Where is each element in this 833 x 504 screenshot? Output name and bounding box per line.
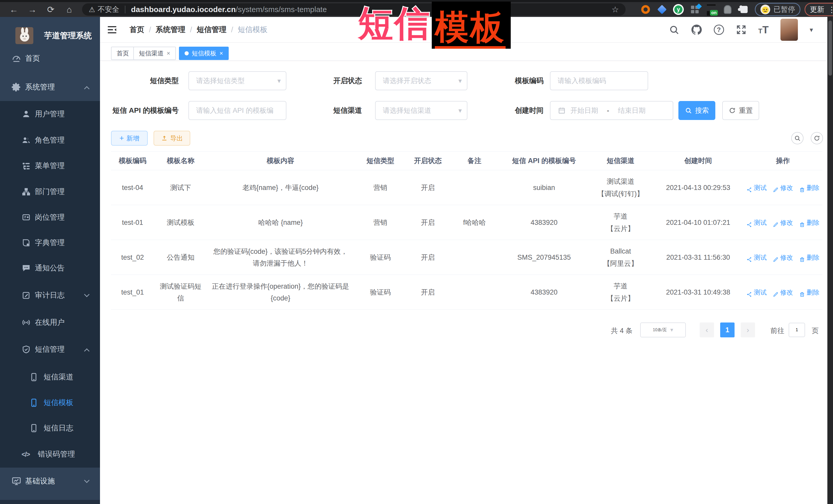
sidebar-item-sms-log[interactable]: 短信日志 [0, 415, 100, 441]
extension-orange-icon[interactable] [637, 3, 654, 16]
sidebar-item-users[interactable]: 用户管理 [0, 101, 100, 127]
edit-link[interactable]: 修改 [773, 286, 793, 298]
edit-link[interactable]: 修改 [773, 217, 793, 229]
close-icon[interactable]: × [219, 50, 223, 57]
breadcrumb-sms[interactable]: 短信管理 [197, 25, 227, 35]
refresh-icon [813, 135, 820, 142]
delete-link[interactable]: 删除 [799, 286, 819, 298]
sidebar-item-label: 错误码管理 [38, 449, 75, 459]
avatar[interactable] [781, 19, 798, 41]
extension-list-on-icon[interactable]: on [703, 3, 719, 16]
test-link[interactable]: 测试 [746, 286, 767, 298]
sidebar-item-infra[interactable]: 基础设施 [0, 468, 100, 494]
end-date-placeholder[interactable]: 结束日期 [618, 106, 646, 115]
tab-sms-template[interactable]: 短信模板 × [179, 47, 229, 60]
delete-link[interactable]: 删除 [799, 217, 819, 229]
show-search-button[interactable] [791, 132, 804, 144]
api-template-id-input[interactable]: 请输入短信 API 的模板编 [188, 101, 286, 120]
add-button[interactable]: + 新增 [111, 131, 148, 146]
filter-label-api-id: 短信 API 的模板编号 [113, 105, 179, 115]
browser-menu-icon[interactable]: ⋮ [828, 5, 833, 14]
browser-reload-icon[interactable]: ⟳ [42, 4, 60, 15]
prev-page-button[interactable]: ‹ [700, 322, 714, 337]
sidebar-item-sms-template[interactable]: 短信模板 [0, 390, 100, 416]
status-select[interactable]: 请选择开启状态 ▾ [375, 71, 468, 90]
sms-template-table: 模板编码 模板名称 模板内容 短信类型 开启状态 备注 短信 API 的模板编号… [111, 151, 823, 310]
sidebar-item-label: 岗位管理 [35, 212, 65, 222]
edit-link[interactable]: 修改 [773, 182, 793, 194]
filter-label-sms-type: 短信类型 [150, 76, 179, 86]
template-code-input[interactable]: 请输入模板编码 [550, 71, 648, 90]
sidebar-collapse-icon[interactable] [106, 24, 118, 35]
sidebar-item-roles[interactable]: 角色管理 [0, 127, 100, 153]
breadcrumb-home[interactable]: 首页 [129, 25, 144, 35]
export-button[interactable]: 导出 [153, 131, 190, 146]
extension-gray-icon[interactable] [719, 3, 736, 16]
badge-icon [22, 213, 31, 222]
delete-link[interactable]: 删除 [799, 251, 819, 263]
cell-api-id: 4383920 [500, 214, 588, 232]
tab-home[interactable]: 首页 [111, 47, 135, 60]
browser-forward-icon[interactable]: → [23, 5, 42, 15]
help-icon[interactable]: ? [714, 25, 724, 35]
browser-home-icon[interactable]: ⌂ [60, 5, 78, 15]
sidebar-bottom-edge [0, 500, 100, 504]
column-header: 开启状态 [407, 152, 449, 170]
cell-created: 2021-04-13 00:29:53 [653, 179, 743, 197]
delete-link[interactable]: 删除 [799, 182, 819, 194]
github-icon[interactable] [691, 24, 702, 35]
caret-down-icon[interactable]: ▾ [810, 26, 813, 34]
scrollbar-thumb[interactable] [828, 21, 832, 76]
security-label[interactable]: 不安全 [98, 5, 119, 14]
sidebar-item-sms[interactable]: 短信管理 [0, 336, 100, 362]
search-icon[interactable] [669, 24, 680, 35]
channel-select[interactable]: 请选择短信渠道 ▾ [375, 101, 468, 120]
font-size-icon[interactable]: TT [758, 24, 769, 35]
breadcrumb-system[interactable]: 系统管理 [156, 25, 185, 35]
test-link[interactable]: 测试 [746, 251, 767, 263]
sidebar-item-audit-log[interactable]: 审计日志 [0, 282, 100, 308]
sidebar-item-dict[interactable]: 字典管理 [0, 230, 100, 256]
next-page-button[interactable]: › [741, 322, 755, 337]
sidebar-item-system[interactable]: 系统管理 [0, 74, 100, 100]
column-header: 操作 [743, 152, 823, 170]
sidebar-item-home[interactable]: 首页 [0, 45, 100, 72]
close-icon[interactable]: × [167, 50, 170, 57]
bookmark-star-icon[interactable]: ☆ [612, 5, 619, 14]
sidebar-item-posts[interactable]: 岗位管理 [0, 204, 100, 231]
tab-sms-channel[interactable]: 短信渠道 × [133, 47, 176, 60]
fullscreen-icon[interactable] [736, 24, 746, 35]
sidebar-item-departments[interactable]: 部门管理 [0, 179, 100, 205]
extensions-puzzle-icon[interactable] [736, 3, 752, 16]
extension-grid-icon[interactable] [687, 3, 703, 16]
reset-button[interactable]: 重置 [722, 101, 759, 120]
search-button[interactable]: 搜索 [679, 101, 715, 120]
edit-link[interactable]: 修改 [773, 251, 793, 263]
sidebar-item-notice[interactable]: 通知公告 [0, 255, 100, 281]
date-range-picker[interactable]: 开始日期 - 结束日期 [550, 101, 673, 120]
channel-tag: 【云片】 [592, 223, 649, 235]
filter-label-create-time: 创建时间 [515, 105, 544, 115]
extension-gem-icon[interactable] [654, 3, 670, 16]
sidebar-item-error-code[interactable]: </> 错误码管理 [0, 441, 100, 467]
sidebar-item-sms-channel[interactable]: 短信渠道 [0, 364, 100, 390]
test-link[interactable]: 测试 [746, 182, 767, 194]
sidebar-item-menus[interactable]: 菜单管理 [0, 153, 100, 179]
browser-back-icon[interactable]: ← [5, 5, 23, 15]
page-size-select[interactable]: 10条/页 ▾ [640, 322, 686, 337]
page-number-button[interactable]: 1 [720, 322, 735, 337]
channel-name: 测试渠道 [592, 175, 649, 187]
sidebar-item-online-users[interactable]: 在线用户 [0, 309, 100, 336]
test-link[interactable]: 测试 [746, 217, 767, 229]
extension-green-check-icon[interactable]: y [670, 3, 687, 16]
url-bar[interactable]: ⚠ 不安全 dashboard.yudao.iocoder.cn /system… [82, 3, 625, 16]
browser-profile-chip[interactable]: 已暂停 [755, 3, 801, 16]
start-date-placeholder[interactable]: 开始日期 [570, 106, 598, 115]
browser-update-button[interactable]: 更新 ⋮ [805, 3, 833, 16]
sms-type-select[interactable]: 请选择短信类型 ▾ [188, 71, 286, 90]
search-button-label: 搜索 [695, 106, 709, 115]
url-divider [125, 6, 125, 13]
refresh-table-button[interactable] [811, 132, 823, 144]
placeholder: 请选择开启状态 [383, 76, 431, 86]
goto-page-input[interactable]: 1 [789, 323, 805, 337]
